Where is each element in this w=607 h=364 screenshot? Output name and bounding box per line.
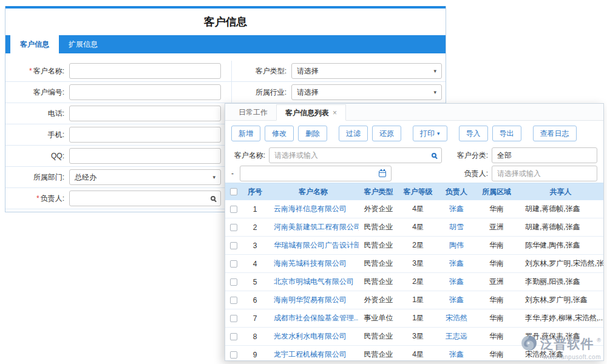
customer-shared: 李勤丽,阳强,张鑫 (518, 273, 603, 291)
customer-list-window: 日常工作 客户信息列表 × 新增 修改 删除 (225, 103, 604, 361)
row-checkbox[interactable] (230, 260, 237, 268)
toolbar-button[interactable]: 打印 ▾ (413, 126, 447, 141)
toolbar-button[interactable]: 新增 (231, 126, 260, 141)
customer-name-link[interactable]: 河南美新建筑工程有限公司 (268, 218, 359, 236)
customer-name-filter-label: 客户名称: (231, 150, 269, 161)
form-field-row: 客户编号: (5, 82, 231, 103)
customer-owner-link[interactable]: 胡雪 (438, 218, 475, 236)
row-checkbox[interactable] (230, 206, 237, 213)
customer-name-link[interactable]: 海南明华贸易有限公司 (268, 291, 359, 309)
form-tab[interactable]: 客户信息 (10, 35, 59, 53)
customer-shared: 刘东林,罗广明,张鑫 (518, 291, 603, 309)
toolbar-button[interactable]: 导出 (492, 126, 521, 141)
customer-owner-link[interactable]: 张鑫 (438, 255, 475, 272)
row-checkbox-cell (225, 309, 242, 327)
customer-owner-link[interactable]: 张鑫 (438, 291, 475, 309)
search-icon[interactable] (211, 196, 215, 201)
row-checkbox[interactable] (230, 224, 237, 231)
customer-grade: 3星 (398, 255, 438, 272)
customer-region: 华南 (475, 346, 518, 361)
customer-name-link[interactable]: 华瑞城有限公司广告设计部 (268, 237, 359, 254)
form-input[interactable] (69, 148, 221, 164)
header-type: 客户类型 (359, 183, 398, 200)
form-select[interactable]: 请选择 ▾ (291, 84, 442, 100)
owner-filter-label: 负责人: (454, 169, 492, 179)
list-tab[interactable]: 客户信息列表 × (276, 104, 346, 121)
customer-name-link[interactable]: 成都市社会保险基金管理... (268, 309, 359, 327)
form-field-row: 所属行业: 请选择 ▾ (232, 82, 446, 103)
form-select[interactable]: 请选择 ▾ (291, 63, 442, 79)
customer-owner-link[interactable]: 张鑫 (438, 273, 475, 291)
customer-type: 民营企业 (359, 218, 398, 236)
search-icon[interactable] (432, 153, 436, 158)
row-seq: 4 (242, 255, 268, 272)
window-title: 客户信息 (5, 8, 446, 35)
customer-owner-link[interactable]: 陶伟 (438, 237, 475, 254)
customer-name-link[interactable]: 光发水利水电有限公司 (268, 328, 359, 345)
chevron-down-icon[interactable]: ▾ (212, 174, 215, 180)
form-field-row: 电话: (5, 103, 231, 124)
table-row[interactable]: 5 北京市明城电气有限公司 民营企业 2星 张鑫 亚洲 李勤丽,阳强,张鑫 (225, 273, 603, 291)
customer-owner-link[interactable]: 宋浩然 (438, 309, 475, 327)
form-field-row: 客户类型: 请选择 ▾ (232, 61, 446, 82)
row-checkbox[interactable] (230, 351, 237, 359)
chevron-down-icon[interactable]: ▾ (437, 130, 440, 136)
customer-region: 华南 (475, 328, 518, 345)
customer-category-input[interactable]: 全部 (492, 147, 597, 163)
customer-name-link[interactable]: 云南海祥信息有限公司 (268, 200, 359, 218)
customer-type: 民营企业 (359, 237, 398, 254)
customer-owner-link[interactable]: 张鑫 (438, 200, 475, 218)
customer-shared: 胡建,蒋德帧,张鑫 (518, 200, 603, 218)
customer-type: 民营企业 (359, 255, 398, 272)
list-tab-label: 日常工作 (239, 104, 268, 120)
customer-shared: 陈华健,陶伟,张鑫 (518, 237, 603, 254)
close-icon[interactable]: × (333, 109, 337, 116)
table-row[interactable]: 7 成都市社会保险基金管理... 事业单位 1星 宋浩然 华南 李华,李婷,柳琳… (225, 309, 603, 328)
toolbar: 新增 修改 删除 过滤 还原 打印 (225, 121, 603, 146)
toolbar-button[interactable]: 导入 (459, 126, 488, 141)
chevron-down-icon[interactable]: ▾ (433, 68, 436, 74)
toolbar-button[interactable]: 过滤 (339, 126, 368, 141)
row-checkbox[interactable] (230, 278, 237, 286)
required-asterisk: * (29, 67, 32, 75)
row-checkbox[interactable] (230, 242, 237, 249)
row-checkbox-cell (225, 200, 242, 218)
table-row[interactable]: 3 华瑞城有限公司广告设计部 民营企业 2星 陶伟 华南 陈华健,陶伟,张鑫 (225, 237, 603, 255)
toolbar-button[interactable]: 还原 (372, 126, 401, 141)
customer-name-link[interactable]: 龙宇工程机械有限公司 (268, 346, 359, 361)
form-input[interactable] (69, 63, 221, 79)
table-row[interactable]: 8 光发水利水电有限公司 民营企业 3星 王志远 华南 罗丹,薛保丰,张鑫 (225, 328, 603, 346)
table-row[interactable]: 6 海南明华贸易有限公司 外资企业 1星 张鑫 华南 刘东林,罗广明,张鑫 (225, 291, 603, 309)
row-seq: 5 (242, 273, 268, 291)
form-input[interactable] (69, 190, 221, 206)
customer-name-link[interactable]: 北京市明城电气有限公司 (268, 273, 359, 291)
form-input[interactable] (69, 84, 221, 100)
row-seq: 9 (242, 346, 268, 361)
table-row[interactable]: 4 海南芜城科技有限公司 民营企业 3星 张鑫 华南 刘东林,罗广明,宋浩然,张… (225, 255, 603, 273)
list-tab[interactable]: 日常工作 (230, 104, 276, 120)
owner-filter-input[interactable]: 请选择或输入 (492, 166, 597, 181)
chevron-down-icon[interactable]: ▾ (433, 89, 436, 95)
customer-owner-link[interactable]: 王志远 (438, 328, 475, 345)
toolbar-button[interactable]: 修改 (265, 126, 294, 141)
table-row[interactable]: 2 河南美新建筑工程有限公司 民营企业 4星 胡雪 亚洲 胡建,蒋德帧,张鑫 (225, 218, 603, 237)
customer-region: 华南 (475, 309, 518, 327)
table-row[interactable]: 1 云南海祥信息有限公司 外资企业 4星 张鑫 华南 胡建,蒋德帧,张鑫 (225, 200, 603, 218)
row-checkbox[interactable] (230, 315, 237, 322)
row-checkbox[interactable] (230, 333, 237, 340)
row-seq: 6 (242, 291, 268, 309)
customer-name-filter-input[interactable]: 请选择或输入 (269, 147, 442, 163)
toolbar-button[interactable]: 删除 (298, 126, 327, 141)
customer-owner-link[interactable]: 张鑫 (438, 346, 475, 361)
customer-name-link[interactable]: 海南芜城科技有限公司 (268, 255, 359, 272)
form-tab[interactable]: 扩展信息 (59, 35, 107, 53)
date-input[interactable] (240, 166, 392, 181)
form-input[interactable]: 总经办 ▾ (69, 169, 221, 185)
toolbar-button[interactable]: 查看日志 (533, 126, 577, 141)
row-checkbox[interactable] (230, 297, 237, 304)
calendar-icon[interactable] (379, 170, 386, 177)
form-input[interactable] (69, 106, 221, 121)
select-all-checkbox[interactable] (230, 188, 237, 195)
table-row[interactable]: 9 龙宇工程机械有限公司 民营企业 4星 张鑫 华南 宋浩然,张鑫 (225, 346, 603, 361)
form-input[interactable] (69, 127, 221, 143)
